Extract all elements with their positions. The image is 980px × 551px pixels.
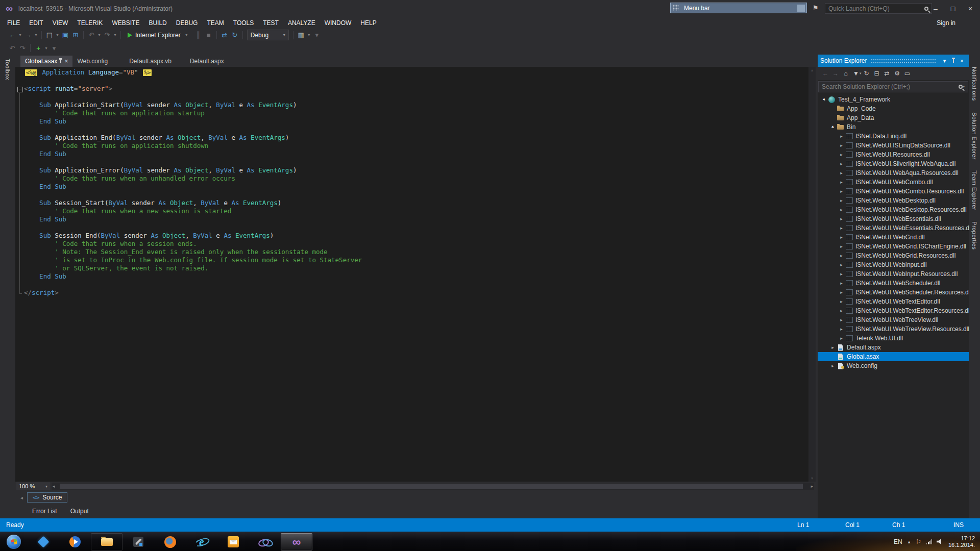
vertical-scrollbar[interactable]: ▴ ▾ <box>808 67 816 482</box>
navigate-back-history-icon[interactable]: ↶ <box>7 42 17 54</box>
menu-item-team[interactable]: TEAM <box>202 17 228 29</box>
action-center-flag-icon[interactable]: ⚐ <box>916 538 921 545</box>
back-icon[interactable]: ← <box>820 68 830 79</box>
tree-item-isnet-webui-webtreeview-dll[interactable]: ▸ISNet.WebUI.WebTreeView.dll <box>818 315 969 324</box>
save-icon[interactable]: ▣ <box>60 30 70 41</box>
expander-icon[interactable]: ▸ <box>838 152 845 157</box>
menu-item-analyze[interactable]: ANALYZE <box>283 17 320 29</box>
menu-item-telerik[interactable]: TELERIK <box>72 17 107 29</box>
outlook-icon[interactable] <box>217 533 249 550</box>
tree-item-app-code[interactable]: App_Code <box>818 104 969 113</box>
scroll-down-icon[interactable]: ▾ <box>811 476 813 481</box>
close-button[interactable]: × <box>962 0 979 17</box>
scroll-up-icon[interactable]: ▴ <box>811 68 813 72</box>
navigate-forward-icon[interactable]: → <box>23 30 33 41</box>
dropdown-arrow-icon[interactable]: ▾ <box>306 33 312 37</box>
drag-grip-icon[interactable] <box>673 5 679 11</box>
expander-icon[interactable]: ▸ <box>838 189 845 194</box>
close-icon[interactable]: × <box>64 58 68 65</box>
tree-item-isnet-webui-webgrid-ischartengine-dll[interactable]: ▸ISNet.WebUI.WebGrid.ISChartEngine.dll <box>818 242 969 251</box>
dropdown-arrow-icon[interactable]: ▾ <box>55 33 60 37</box>
attach-to-process-icon[interactable]: ⇄ <box>219 30 230 41</box>
menu-item-website[interactable]: WEBSITE <box>107 17 144 29</box>
solution-configurations-combo[interactable]: Debug▾ <box>247 30 289 40</box>
tree-item-isnet-webui-webdesktop-dll[interactable]: ▸ISNet.WebUI.WebDesktop.dll <box>818 196 969 205</box>
menu-item-view[interactable]: VIEW <box>48 17 73 29</box>
editor-tab-default-aspx-vb[interactable]: Default.aspx.vb <box>125 56 176 67</box>
fold-collapse-icon[interactable] <box>15 85 24 93</box>
menu-item-test[interactable]: TEST <box>258 17 283 29</box>
internet-explorer-icon[interactable]: e <box>186 533 217 550</box>
redo-icon[interactable]: ↷ <box>102 30 112 41</box>
tree-item-isnet-webui-webinput-dll[interactable]: ▸ISNet.WebUI.WebInput.dll <box>818 260 969 269</box>
autohide-tab-team-explorer[interactable]: Team Explorer <box>971 170 977 210</box>
start-button[interactable] <box>0 535 28 549</box>
dropbox-icon[interactable] <box>28 533 59 550</box>
expander-icon[interactable]: ▸ <box>838 161 845 166</box>
tree-item-global-asax[interactable]: Global.asax <box>818 352 969 361</box>
minimize-button[interactable]: – <box>927 0 944 17</box>
scroll-right-icon[interactable]: ▸ <box>811 484 813 489</box>
tree-item-isnet-webui-webaqua-resources-dll[interactable]: ▸ISNet.WebUI.WebAqua.Resources.dll <box>818 168 969 178</box>
tree-item-isnet-data-linq-dll[interactable]: ▸ISNet.Data.Linq.dll <box>818 132 969 141</box>
editor-tab-global-asax[interactable]: Global.asax× <box>20 56 72 67</box>
menu-item-window[interactable]: WINDOW <box>320 17 356 29</box>
panel-tab-error-list[interactable]: Error List <box>32 508 57 515</box>
autohide-tab-properties[interactable]: Properties <box>971 221 977 249</box>
autohide-tab-toolbox[interactable]: Toolbox <box>5 59 11 80</box>
expander-icon[interactable]: ▸ <box>838 180 845 185</box>
tree-item-default-aspx[interactable]: ▸Default.aspx <box>818 343 969 352</box>
taskbar-clock[interactable]: 17:12 16.1.2014. <box>948 535 975 548</box>
tree-item-isnet-webui-resources-dll[interactable]: ▸ISNet.WebUI.Resources.dll <box>818 150 969 159</box>
expander-icon[interactable]: ▸ <box>829 363 836 368</box>
menu-item-help[interactable]: HELP <box>356 17 381 29</box>
tree-item-isnet-webui-webgrid-resources-dll[interactable]: ▸ISNet.WebUI.WebGrid.Resources.dll <box>818 251 969 260</box>
collapse-icon[interactable]: ◂ <box>20 495 23 500</box>
code-editor[interactable]: <%@ Application Language="VB" %><script … <box>15 67 808 482</box>
navigate-forward-history-icon[interactable]: ↷ <box>17 42 28 54</box>
tree-item-isnet-webui-webdesktop-resources-dll[interactable]: ▸ISNet.WebUI.WebDesktop.Resources.dll <box>818 205 969 214</box>
refresh-icon[interactable]: ↻ <box>230 30 240 41</box>
expander-icon[interactable]: ▸ <box>838 253 845 258</box>
window-position-icon[interactable]: ▾ <box>940 55 949 67</box>
notifications-flag-icon[interactable]: ⚑ <box>813 4 819 12</box>
tree-item-isnet-webui-islinqdatasource-dll[interactable]: ▸ISNet.WebUI.ISLinqDataSource.dll <box>818 141 969 150</box>
stop-icon[interactable]: ■ <box>204 30 214 41</box>
forward-icon[interactable]: → <box>830 68 841 79</box>
home-icon[interactable]: ⌂ <box>841 68 851 79</box>
tree-item-isnet-webui-webcombo-dll[interactable]: ▸ISNet.WebUI.WebCombo.dll <box>818 178 969 187</box>
tree-item-isnet-webui-webessentials-resources-dll[interactable]: ▸ISNet.WebUI.WebEssentials.Resources.dll <box>818 223 969 233</box>
tree-item-isnet-webui-webessentials-dll[interactable]: ▸ISNet.WebUI.WebEssentials.dll <box>818 214 969 223</box>
undo-icon[interactable]: ↶ <box>86 30 96 41</box>
tree-item-isnet-webui-webtexteditor-resources-dll[interactable]: ▸ISNet.WebUI.WebTextEditor.Resources.dll <box>818 306 969 315</box>
expander-icon[interactable]: ▸ <box>838 244 845 249</box>
sync-with-active-document-icon[interactable]: ⇄ <box>882 68 892 79</box>
expander-icon[interactable]: ▸ <box>838 262 845 267</box>
tree-item-isnet-webui-webgrid-dll[interactable]: ▸ISNet.WebUI.WebGrid.dll <box>818 233 969 242</box>
pin-icon[interactable] <box>949 55 958 67</box>
tree-item-isnet-webui-webinput-resources-dll[interactable]: ▸ISNet.WebUI.WebInput.Resources.dll <box>818 269 969 279</box>
toolbar-overflow-icon[interactable]: ▾ <box>312 30 322 41</box>
editor-tab-web-config[interactable]: Web.config <box>72 56 112 67</box>
editor-tab-default-aspx[interactable]: Default.aspx <box>185 56 229 67</box>
source-view-button[interactable]: <> Source <box>27 492 67 503</box>
dropdown-arrow-icon[interactable]: ▾ <box>17 33 23 37</box>
language-indicator[interactable]: EN <box>894 538 902 545</box>
panel-tab-output[interactable]: Output <box>70 508 89 515</box>
solution-explorer-header[interactable]: Solution Explorer ▾× <box>818 55 969 67</box>
menu-item-file[interactable]: FILE <box>3 17 24 29</box>
tree-item-bin[interactable]: ▾Bin <box>818 122 969 132</box>
sign-in-link[interactable]: Sign in <box>937 19 955 27</box>
tree-item-web-config[interactable]: ▸Web.config <box>818 361 969 370</box>
autohide-tab-solution-explorer[interactable]: Solution Explorer <box>971 112 977 160</box>
firefox-icon[interactable] <box>154 533 186 550</box>
properties-icon[interactable]: ⚙ <box>892 68 902 79</box>
expander-icon[interactable]: ▸ <box>838 235 845 240</box>
tree-item-isnet-webui-silverlight-webaqua-dll[interactable]: ▸ISNet.WebUI.Silverlight.WebAqua.dll <box>818 159 969 168</box>
maximize-button[interactable]: □ <box>944 0 962 17</box>
pin-icon[interactable] <box>60 58 61 65</box>
tree-item-isnet-webui-webscheduler-resources-dll[interactable]: ▸ISNet.WebUI.WebScheduler.Resources.dll <box>818 288 969 297</box>
expander-icon[interactable]: ▸ <box>838 207 845 212</box>
expander-icon[interactable]: ▸ <box>829 345 836 350</box>
dropdown-arrow-icon[interactable]: ▾ <box>43 46 49 51</box>
